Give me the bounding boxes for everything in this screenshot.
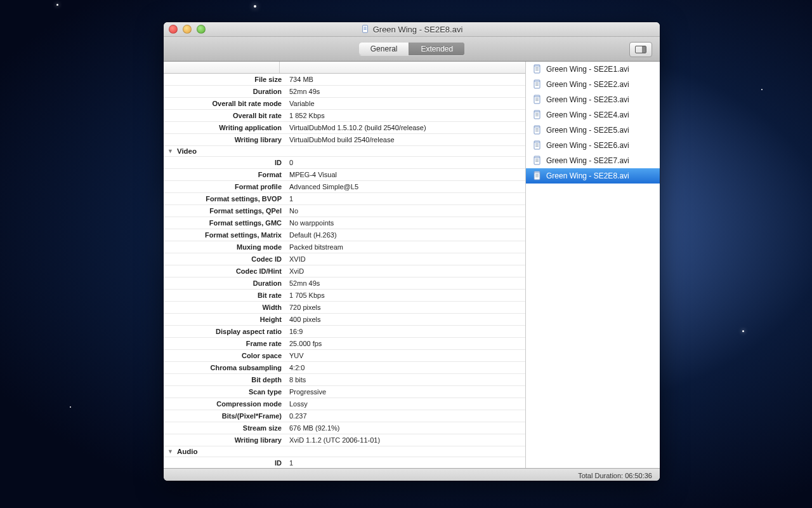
detail-row: Display aspect ratio16:9 [164,326,525,338]
detail-label: Chroma subsampling [164,363,287,372]
close-button[interactable] [169,25,178,34]
section-title: Video [177,147,197,155]
svg-rect-17 [535,100,539,101]
detail-label: Scan type [164,387,287,396]
file-item[interactable]: Green Wing - SE2E7.avi [526,153,660,168]
detail-row: Duration52mn 49s [164,86,525,98]
detail-row: Muxing modePacked bitstream [164,241,525,253]
detail-label: ID [164,458,287,467]
detail-row: ID1 [164,457,525,468]
file-icon [532,110,542,120]
section-title: Audio [177,448,198,455]
zoom-button[interactable] [197,25,206,34]
detail-row: Overall bit rate modeVariable [164,98,525,110]
file-item[interactable]: Green Wing - SE2E4.avi [526,107,660,123]
detail-label: Format settings, GMC [164,218,287,227]
detail-row: Format settings, GMCNo warppoints [164,217,525,229]
section-header[interactable]: ▼Video [164,146,525,157]
detail-label: Format profile [164,182,287,191]
toggle-sidebar-button[interactable] [629,42,652,57]
detail-label: Codec ID/Hint [164,267,287,276]
titlebar[interactable]: Green Wing - SE2E8.avi [164,22,660,37]
svg-rect-7 [535,67,539,68]
file-name: Green Wing - SE2E7.avi [546,156,629,165]
tab-extended[interactable]: Extended [409,43,464,55]
detail-value: 52mn 49s [287,279,525,288]
detail-value: 1 852 Kbps [287,111,525,120]
detail-row: Bit depth8 bits [164,374,525,386]
detail-value: VirtualDubMod 1.5.10.2 (build 2540/relea… [287,123,525,132]
svg-rect-2 [363,28,366,29]
detail-row: File size734 MB [164,74,525,86]
file-item[interactable]: Green Wing - SE2E5.avi [526,123,660,138]
file-icon [532,156,542,166]
window-title: Green Wing - SE2E8.avi [164,25,660,34]
file-icon [532,64,542,74]
svg-rect-1 [363,27,366,28]
file-name: Green Wing - SE2E6.avi [546,141,629,150]
detail-row: Compression modeLossy [164,398,525,410]
svg-rect-15 [535,98,539,98]
file-item[interactable]: Green Wing - SE2E2.avi [526,77,660,92]
file-item[interactable]: Green Wing - SE2E3.avi [526,92,660,107]
svg-rect-12 [535,84,539,84]
detail-label: Height [164,315,287,324]
detail-value: 0.237 [287,411,525,420]
svg-rect-19 [535,113,539,114]
detail-label: Muxing mode [164,243,287,251]
detail-row: Duration52mn 49s [164,277,525,290]
detail-row: Writing libraryVirtualDubMod build 2540/… [164,134,525,146]
file-item[interactable]: Green Wing - SE2E6.avi [526,138,660,153]
detail-value: 52mn 49s [287,87,525,96]
file-name: Green Wing - SE2E8.avi [546,171,629,180]
detail-value: 1 [287,458,525,467]
svg-rect-35 [535,174,539,175]
detail-label: Writing application [164,123,287,132]
detail-value: XVID [287,255,525,264]
svg-rect-9 [535,70,539,70]
file-name: Green Wing - SE2E3.avi [546,95,629,104]
detail-label: Width [164,303,287,312]
svg-rect-25 [535,131,539,131]
detail-pane[interactable]: File size734 MBDuration52mn 49sOverall b… [164,62,526,468]
detail-value: Variable [287,99,525,108]
svg-rect-11 [535,83,539,83]
detail-label: Stream size [164,424,287,432]
file-name: Green Wing - SE2E2.avi [546,80,629,89]
svg-rect-0 [362,25,367,32]
detail-label: Compression mode [164,399,287,408]
detail-label: Writing library [164,436,287,444]
detail-label: File size [164,75,287,84]
detail-row: ID0 [164,157,525,169]
detail-row: Codec ID/HintXviD [164,265,525,277]
disclosure-triangle-icon: ▼ [167,448,173,455]
detail-value: 720 pixels [287,303,525,312]
svg-rect-23 [535,128,539,129]
toolbar: General Extended [164,37,660,62]
file-name: Green Wing - SE2E4.avi [546,110,629,119]
svg-rect-36 [535,175,539,176]
file-icon [532,79,542,90]
detail-value: No [287,206,525,215]
desktop-background: Green Wing - SE2E8.avi General Extended … [0,0,812,508]
app-window: Green Wing - SE2E8.avi General Extended … [164,22,660,481]
minimize-button[interactable] [183,25,192,34]
file-item[interactable]: Green Wing - SE2E1.avi [526,62,660,77]
svg-rect-5 [642,46,646,53]
detail-value: 4:2:0 [287,363,525,372]
detail-label: Format settings, QPel [164,206,287,215]
section-header[interactable]: ▼Audio [164,446,525,457]
document-icon [361,25,370,34]
svg-rect-27 [535,144,539,144]
svg-rect-29 [535,146,539,147]
tab-general[interactable]: General [359,43,409,55]
file-list[interactable]: Green Wing - SE2E1.aviGreen Wing - SE2E2… [526,62,660,468]
view-mode-segmented: General Extended [359,43,464,55]
detail-label: Format [164,170,287,179]
file-item[interactable]: Green Wing - SE2E8.avi [526,168,660,184]
detail-row: FormatMPEG-4 Visual [164,169,525,181]
detail-value: 16:9 [287,327,525,336]
detail-label: Frame rate [164,339,287,348]
detail-row: Format profileAdvanced Simple@L5 [164,181,525,193]
detail-row: Overall bit rate1 852 Kbps [164,110,525,122]
